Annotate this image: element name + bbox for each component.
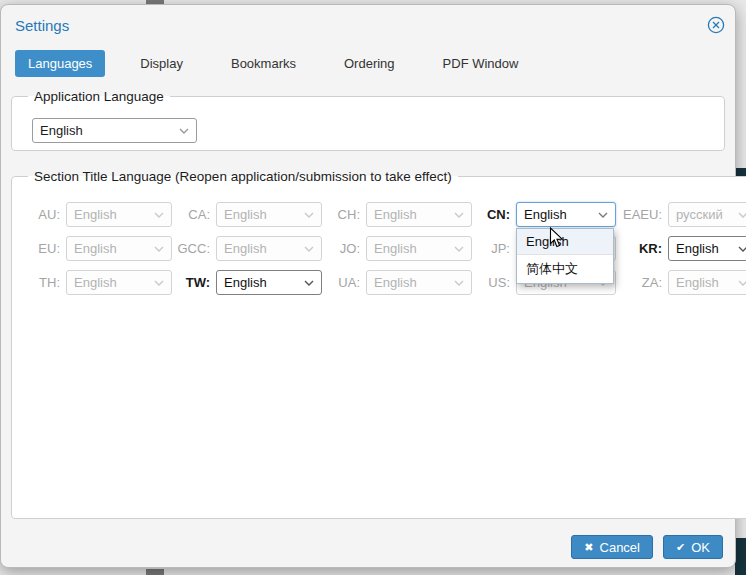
section-title-language-legend: Section Title Language (Reopen applicati… — [28, 169, 458, 184]
tab-languages[interactable]: Languages — [15, 50, 105, 77]
application-language-value: English — [40, 123, 83, 138]
language-select-ca: English — [216, 202, 322, 227]
background-sidebar-strip — [735, 538, 746, 575]
field-label: TW: — [176, 275, 210, 290]
chevron-down-icon — [454, 280, 464, 286]
chevron-down-icon — [154, 246, 164, 252]
ok-check-icon: ✔ — [676, 541, 685, 554]
lang-field-au: AU: English — [26, 202, 176, 227]
lang-field-ua: UA: English — [326, 270, 476, 295]
language-select-ua: English — [366, 270, 472, 295]
chevron-down-icon — [304, 280, 314, 286]
cancel-button[interactable]: ✖ Cancel — [571, 535, 653, 559]
tab-bookmarks[interactable]: Bookmarks — [218, 50, 309, 77]
language-select-th: English — [66, 270, 172, 295]
lang-field-gcc: GCC: English — [176, 236, 326, 261]
language-select-au: English — [66, 202, 172, 227]
chevron-down-icon — [304, 246, 314, 252]
chevron-down-icon — [738, 212, 746, 218]
lang-field-eaeu: EAEU: русский — [616, 202, 746, 227]
language-select-cn[interactable]: English — [516, 202, 616, 227]
close-icon[interactable] — [707, 16, 725, 34]
field-label: US: — [476, 275, 510, 290]
settings-tabbar: Languages Display Bookmarks Ordering PDF… — [15, 50, 721, 77]
field-label: CA: — [176, 207, 210, 222]
language-select-eaeu: русский — [668, 202, 746, 227]
lang-field-kr: KR: English — [616, 236, 746, 261]
dropdown-option-simplified-chinese[interactable]: 简体中文 — [517, 255, 613, 283]
chevron-down-icon — [179, 128, 189, 134]
chevron-down-icon — [304, 212, 314, 218]
chevron-down-icon — [454, 212, 464, 218]
field-label: EU: — [26, 241, 60, 256]
field-label: CN: — [476, 207, 510, 222]
field-label: EAEU: — [616, 207, 662, 222]
application-language-legend: Application Language — [28, 89, 170, 104]
chevron-down-icon — [738, 280, 746, 286]
language-select-ch: English — [366, 202, 472, 227]
dialog-buttons: ✖ Cancel ✔ OK — [571, 535, 723, 559]
field-label: ZA: — [616, 275, 662, 290]
lang-field-cn: CN: English English 简体中文 — [476, 202, 616, 227]
cn-language-dropdown: English 简体中文 — [516, 228, 614, 284]
field-label: KR: — [616, 241, 662, 256]
language-select-jo: English — [366, 236, 472, 261]
lang-field-jo: JO: English — [326, 236, 476, 261]
lang-field-za: ZA: English — [616, 270, 746, 295]
dialog-title: Settings — [15, 17, 69, 34]
chevron-down-icon — [598, 212, 608, 218]
chevron-down-icon — [154, 280, 164, 286]
section-title-language-group: Section Title Language (Reopen applicati… — [11, 169, 746, 519]
field-label: CH: — [326, 207, 360, 222]
application-language-select[interactable]: English — [32, 118, 197, 143]
application-language-group: Application Language English — [11, 89, 725, 151]
settings-content: Application Language English Section Tit… — [11, 89, 725, 519]
chevron-down-icon — [454, 246, 464, 252]
field-label: GCC: — [176, 241, 210, 256]
cancel-x-icon: ✖ — [584, 541, 593, 554]
field-label: TH: — [26, 275, 60, 290]
lang-field-th: TH: English — [26, 270, 176, 295]
language-select-tw[interactable]: English — [216, 270, 322, 295]
field-label: UA: — [326, 275, 360, 290]
ok-button[interactable]: ✔ OK — [663, 535, 723, 559]
language-select-kr[interactable]: English — [668, 236, 746, 261]
field-label: JP: — [476, 241, 510, 256]
tab-display[interactable]: Display — [127, 50, 196, 77]
background-page-fragment-bottom — [146, 569, 164, 575]
lang-field-ca: CA: English — [176, 202, 326, 227]
lang-field-tw: TW: English — [176, 270, 326, 295]
language-field-grid: AU: English CA: English CH: — [22, 194, 746, 295]
tab-pdf-window[interactable]: PDF Window — [430, 50, 532, 77]
language-select-za: English — [668, 270, 746, 295]
field-label: AU: — [26, 207, 60, 222]
settings-dialog: Settings Languages Display Bookmarks Ord… — [0, 4, 736, 568]
tab-ordering[interactable]: Ordering — [331, 50, 408, 77]
chevron-down-icon — [738, 246, 746, 252]
language-select-gcc: English — [216, 236, 322, 261]
dropdown-option-english[interactable]: English — [517, 229, 613, 255]
field-label: JO: — [326, 241, 360, 256]
language-select-eu: English — [66, 236, 172, 261]
chevron-down-icon — [154, 212, 164, 218]
lang-field-ch: CH: English — [326, 202, 476, 227]
lang-field-eu: EU: English — [26, 236, 176, 261]
